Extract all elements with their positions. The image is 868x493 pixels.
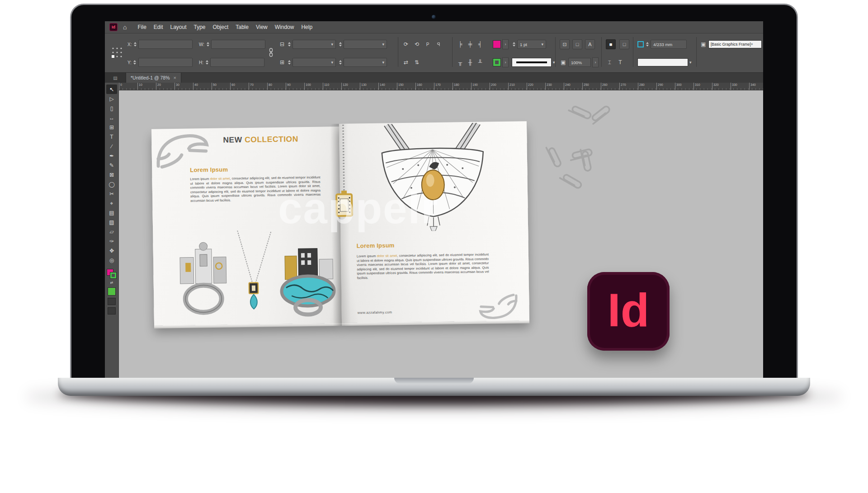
- menu-object[interactable]: Object: [209, 24, 232, 30]
- note-tool[interactable]: ▱: [106, 227, 117, 236]
- apply-color-button[interactable]: [108, 287, 116, 296]
- close-icon[interactable]: ×: [174, 75, 176, 80]
- distribute-middle-button[interactable]: ╫: [467, 59, 474, 66]
- stroke-chevron[interactable]: ›: [502, 57, 509, 67]
- document-tab[interactable]: *Untitled-1 @ 78% ×: [126, 73, 181, 83]
- scale-x-stepper[interactable]: [287, 42, 291, 47]
- gradient-swatch-tool[interactable]: ▤: [106, 208, 117, 217]
- width-input[interactable]: [211, 40, 265, 49]
- chevron-down-icon: ▾: [331, 42, 333, 47]
- fill-chevron[interactable]: ›: [502, 39, 509, 49]
- apply-none-button[interactable]: [108, 307, 116, 315]
- flip-horizontal-button[interactable]: ⇄: [402, 59, 410, 66]
- pencil-tool[interactable]: ✎: [106, 160, 117, 170]
- h-stepper[interactable]: [205, 60, 209, 65]
- stroke-weight-input[interactable]: 1 pt ▾: [517, 40, 546, 49]
- x-position-input[interactable]: [138, 40, 193, 49]
- zoom-tool[interactable]: ◎: [106, 255, 117, 265]
- menu-type[interactable]: Type: [190, 24, 209, 30]
- home-icon[interactable]: ⌂: [123, 23, 127, 31]
- flip-horizontal-p-icon[interactable]: P: [424, 42, 431, 47]
- shear-angle-input[interactable]: ▾: [344, 58, 387, 67]
- align-right-button[interactable]: ╡: [476, 41, 484, 47]
- ruler-tick-50: 50: [212, 83, 230, 90]
- menu-edit[interactable]: Edit: [150, 24, 167, 30]
- pasteboard[interactable]: NEW COLLECTION Lorem Ipsum Lorem ipsum d…: [119, 90, 763, 379]
- autofit-button[interactable]: A: [585, 39, 595, 49]
- y-stepper[interactable]: [133, 60, 137, 65]
- height-input[interactable]: [210, 58, 264, 67]
- stroke-color-swatch[interactable]: [493, 58, 501, 66]
- content-collector-tool[interactable]: ⊞: [106, 122, 117, 132]
- stroke-weight-stepper[interactable]: [512, 42, 516, 47]
- menu-view[interactable]: View: [252, 24, 271, 30]
- flip-vertical-p-icon[interactable]: P: [435, 42, 442, 47]
- selection-tool[interactable]: ↖: [106, 85, 117, 94]
- menu-table[interactable]: Table: [232, 24, 252, 30]
- gap-tool[interactable]: ↔: [106, 113, 117, 122]
- shear-stepper[interactable]: [338, 60, 342, 65]
- line-tool[interactable]: ∕: [106, 141, 117, 151]
- corner-stepper[interactable]: [645, 42, 649, 47]
- text-t-icon[interactable]: T: [617, 59, 624, 66]
- gradient-feather-tool[interactable]: ▨: [106, 217, 117, 227]
- color-theme-tool[interactable]: ✑: [106, 236, 117, 246]
- right-body-intro: Lorem ipsum: [357, 254, 377, 258]
- rotate-cw-button[interactable]: ⟳: [402, 41, 410, 47]
- menu-window[interactable]: Window: [271, 24, 298, 30]
- panel-menu-icon[interactable]: ▤: [105, 73, 126, 83]
- rotate-ccw-button[interactable]: ⟲: [413, 41, 420, 47]
- free-transform-tool[interactable]: ⌖: [106, 198, 117, 208]
- apply-gradient-button[interactable]: [108, 298, 116, 305]
- default-swap-colors[interactable]: ⇄: [110, 281, 113, 285]
- hand-tool[interactable]: ✥: [106, 246, 117, 255]
- flip-vertical-button[interactable]: ⇅: [413, 59, 420, 66]
- page-tool[interactable]: ▯: [106, 103, 117, 113]
- fill-color-swatch[interactable]: [493, 40, 501, 48]
- rotation-angle-input[interactable]: ▾: [344, 40, 387, 49]
- align-center-button[interactable]: ╪: [467, 41, 474, 47]
- x-stepper[interactable]: [133, 42, 137, 47]
- swap-colors-icon[interactable]: ⇄: [110, 281, 113, 285]
- right-heading: Lorem Ipsum: [357, 242, 395, 249]
- type-tool[interactable]: T: [106, 132, 117, 141]
- scale-y-input[interactable]: ▾: [292, 58, 336, 67]
- distribute-bottom-button[interactable]: ╨: [476, 59, 484, 66]
- constrain-dimensions-toggle[interactable]: [269, 47, 274, 58]
- ruler-tick-90: 90: [286, 83, 304, 90]
- w-stepper[interactable]: [206, 42, 210, 47]
- magazine-spread[interactable]: NEW COLLECTION Lorem Ipsum Lorem ipsum d…: [151, 121, 529, 329]
- y-position-input[interactable]: [138, 58, 193, 67]
- pen-tool[interactable]: ✒: [106, 151, 117, 160]
- baseline-icon[interactable]: ⌶: [606, 59, 613, 66]
- opacity-chevron[interactable]: ›: [592, 57, 599, 67]
- scissors-tool[interactable]: ✂: [106, 189, 117, 198]
- stroke-indicator-swatch[interactable]: [110, 272, 117, 279]
- rectangle-frame-tool[interactable]: ⊠: [106, 170, 117, 179]
- object-style-dropdown[interactable]: [Basic Graphics Frame]+: [708, 40, 762, 48]
- ellipse-tool[interactable]: ◯: [106, 179, 117, 189]
- fit-frame-button[interactable]: □: [572, 39, 582, 49]
- opacity-input[interactable]: 100%: [568, 58, 591, 67]
- menu-layout[interactable]: Layout: [167, 24, 190, 30]
- direct-selection-tool[interactable]: ▷: [106, 94, 117, 103]
- fit-content-button[interactable]: ⊡: [560, 39, 570, 49]
- left-heading: Lorem Ipsum: [190, 166, 228, 173]
- reference-point-grid[interactable]: [111, 47, 123, 58]
- corner-size-input[interactable]: 4/233 mm: [651, 40, 687, 49]
- style-filled-button[interactable]: ■: [606, 39, 616, 49]
- menu-help[interactable]: Help: [297, 24, 316, 30]
- live-corners-icon[interactable]: [637, 41, 644, 47]
- scale-x-input[interactable]: ▾: [292, 40, 336, 49]
- fill-stroke-indicator[interactable]: [106, 268, 117, 279]
- distribute-top-button[interactable]: ╥: [457, 59, 464, 66]
- stroke-style-dropdown[interactable]: [512, 58, 552, 67]
- rotation-stepper[interactable]: [338, 42, 342, 47]
- effects-dropdown[interactable]: [637, 58, 688, 66]
- object-styles-icon[interactable]: ▣: [700, 41, 707, 47]
- horizontal-ruler[interactable]: 0102030405060708090100110120130140150160…: [119, 83, 763, 90]
- align-left-button[interactable]: ╞: [457, 41, 464, 47]
- style-empty-button[interactable]: □: [619, 39, 629, 49]
- scale-y-stepper[interactable]: [287, 60, 291, 65]
- menu-file[interactable]: File: [134, 24, 150, 30]
